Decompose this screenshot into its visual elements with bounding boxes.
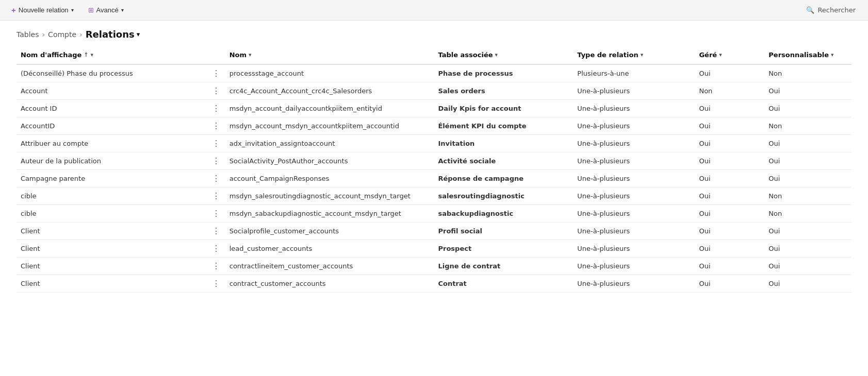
new-relation-button[interactable]: + Nouvelle relation ▾ xyxy=(8,4,77,16)
cell-display-11: Client xyxy=(17,258,208,275)
filter-icon-type: ▾ xyxy=(641,52,644,58)
row-menu-button-12[interactable]: ⋮ xyxy=(210,279,222,289)
cell-display-8: cible xyxy=(17,205,208,223)
plus-icon: + xyxy=(11,6,16,14)
col-header-table-assoc[interactable]: Table associée ▾ xyxy=(434,46,573,64)
table-header-row: Nom d'affichage ↑ ▾ Nom ▾ Table associée xyxy=(17,46,851,64)
col-header-type[interactable]: Type de relation ▾ xyxy=(573,46,695,64)
row-menu-button-10[interactable]: ⋮ xyxy=(210,244,222,254)
cell-display-1: Account xyxy=(17,82,208,100)
cell-gere-0: Oui xyxy=(695,64,764,82)
cell-menu-12[interactable]: ⋮ xyxy=(208,275,225,293)
table-row: Client ⋮ lead_customer_accounts Prospect… xyxy=(17,240,851,258)
row-menu-button-8[interactable]: ⋮ xyxy=(210,209,222,219)
search-icon: 🔍 xyxy=(806,6,814,14)
cell-menu-11[interactable]: ⋮ xyxy=(208,258,225,275)
row-menu-button-9[interactable]: ⋮ xyxy=(210,226,222,236)
cell-nom-5: SocialActivity_PostAuthor_accounts xyxy=(225,152,434,170)
new-relation-chevron: ▾ xyxy=(71,7,74,13)
cell-menu-2[interactable]: ⋮ xyxy=(208,100,225,117)
cell-display-3: AccountID xyxy=(17,117,208,135)
table-row: Auteur de la publication ⋮ SocialActivit… xyxy=(17,152,851,170)
cell-perso-7: Non xyxy=(764,187,851,205)
cell-menu-4[interactable]: ⋮ xyxy=(208,135,225,152)
row-menu-button-5[interactable]: ⋮ xyxy=(210,156,222,166)
relations-table: Nom d'affichage ↑ ▾ Nom ▾ Table associée xyxy=(17,46,851,293)
cell-type-0: Plusieurs-à-une xyxy=(573,64,695,82)
cell-type-1: Une-à-plusieurs xyxy=(573,82,695,100)
cell-nom-11: contractlineitem_customer_accounts xyxy=(225,258,434,275)
breadcrumb-account[interactable]: Compte xyxy=(48,30,76,39)
cell-assoc-9: Profil social xyxy=(434,223,573,240)
search-area[interactable]: 🔍 Rechercher xyxy=(802,4,860,16)
breadcrumb-sep-1: › xyxy=(42,30,45,39)
col-header-menu-spacer xyxy=(208,46,225,64)
cell-nom-1: crc4c_Account_Account_crc4c_Salesorders xyxy=(225,82,434,100)
advanced-button[interactable]: ⊞ Avancé ▾ xyxy=(85,4,127,16)
cell-gere-12: Oui xyxy=(695,275,764,293)
col-header-display[interactable]: Nom d'affichage ↑ ▾ xyxy=(17,46,208,64)
cell-menu-1[interactable]: ⋮ xyxy=(208,82,225,100)
cell-gere-10: Oui xyxy=(695,240,764,258)
cell-perso-6: Oui xyxy=(764,170,851,187)
filter-icon-perso: ▾ xyxy=(831,52,834,58)
relations-chevron[interactable]: ▾ xyxy=(137,30,140,38)
row-menu-button-6[interactable]: ⋮ xyxy=(210,174,222,184)
cell-assoc-4: Invitation xyxy=(434,135,573,152)
row-menu-button-7[interactable]: ⋮ xyxy=(210,191,222,201)
table-row: AccountID ⋮ msdyn_account_msdyn_accountk… xyxy=(17,117,851,135)
cell-type-3: Une-à-plusieurs xyxy=(573,117,695,135)
cell-display-2: Account ID xyxy=(17,100,208,117)
table-row: cible ⋮ msdyn_sabackupdiagnostic_account… xyxy=(17,205,851,223)
cell-type-6: Une-à-plusieurs xyxy=(573,170,695,187)
cell-menu-9[interactable]: ⋮ xyxy=(208,223,225,240)
row-menu-button-2[interactable]: ⋮ xyxy=(210,104,222,114)
cell-type-2: Une-à-plusieurs xyxy=(573,100,695,117)
row-menu-button-4[interactable]: ⋮ xyxy=(210,139,222,149)
cell-assoc-0: Phase de processus xyxy=(434,64,573,82)
row-menu-button-11[interactable]: ⋮ xyxy=(210,261,222,271)
cell-gere-11: Oui xyxy=(695,258,764,275)
table-container: Nom d'affichage ↑ ▾ Nom ▾ Table associée xyxy=(0,46,868,293)
cell-display-12: Client xyxy=(17,275,208,293)
cell-assoc-7: salesroutingdiagnostic xyxy=(434,187,573,205)
cell-display-10: Client xyxy=(17,240,208,258)
row-menu-button-1[interactable]: ⋮ xyxy=(210,86,222,96)
cell-nom-12: contract_customer_accounts xyxy=(225,275,434,293)
row-menu-button-3[interactable]: ⋮ xyxy=(210,121,222,131)
filter-icon-gere: ▾ xyxy=(719,52,722,58)
grid-icon: ⊞ xyxy=(88,6,94,14)
cell-gere-5: Oui xyxy=(695,152,764,170)
breadcrumb-tables[interactable]: Tables xyxy=(17,30,39,39)
table-row: Account ID ⋮ msdyn_account_dailyaccountk… xyxy=(17,100,851,117)
cell-assoc-8: sabackupdiagnostic xyxy=(434,205,573,223)
cell-menu-0[interactable]: ⋮ xyxy=(208,64,225,82)
toolbar: + Nouvelle relation ▾ ⊞ Avancé ▾ 🔍 Reche… xyxy=(0,0,868,21)
table-body: (Déconseillé) Phase du processus ⋮ proce… xyxy=(17,64,851,293)
cell-nom-7: msdyn_salesroutingdiagnostic_account_msd… xyxy=(225,187,434,205)
cell-display-7: cible xyxy=(17,187,208,205)
col-header-nom[interactable]: Nom ▾ xyxy=(225,46,434,64)
cell-menu-6[interactable]: ⋮ xyxy=(208,170,225,187)
cell-menu-7[interactable]: ⋮ xyxy=(208,187,225,205)
row-menu-button-0[interactable]: ⋮ xyxy=(210,69,222,79)
col-header-personnalisable[interactable]: Personnalisable ▾ xyxy=(764,46,851,64)
col-header-gere[interactable]: Géré ▾ xyxy=(695,46,764,64)
cell-nom-4: adx_invitation_assigntoaccount xyxy=(225,135,434,152)
filter-icon-display: ▾ xyxy=(91,52,94,58)
cell-type-8: Une-à-plusieurs xyxy=(573,205,695,223)
cell-type-7: Une-à-plusieurs xyxy=(573,187,695,205)
cell-menu-5[interactable]: ⋮ xyxy=(208,152,225,170)
table-row: cible ⋮ msdyn_salesroutingdiagnostic_acc… xyxy=(17,187,851,205)
table-row: Attribuer au compte ⋮ adx_invitation_ass… xyxy=(17,135,851,152)
cell-assoc-10: Prospect xyxy=(434,240,573,258)
cell-menu-3[interactable]: ⋮ xyxy=(208,117,225,135)
cell-perso-5: Oui xyxy=(764,152,851,170)
cell-display-9: Client xyxy=(17,223,208,240)
cell-perso-10: Oui xyxy=(764,240,851,258)
table-row: Client ⋮ contractlineitem_customer_accou… xyxy=(17,258,851,275)
cell-display-4: Attribuer au compte xyxy=(17,135,208,152)
cell-perso-12: Oui xyxy=(764,275,851,293)
cell-menu-10[interactable]: ⋮ xyxy=(208,240,225,258)
cell-menu-8[interactable]: ⋮ xyxy=(208,205,225,223)
